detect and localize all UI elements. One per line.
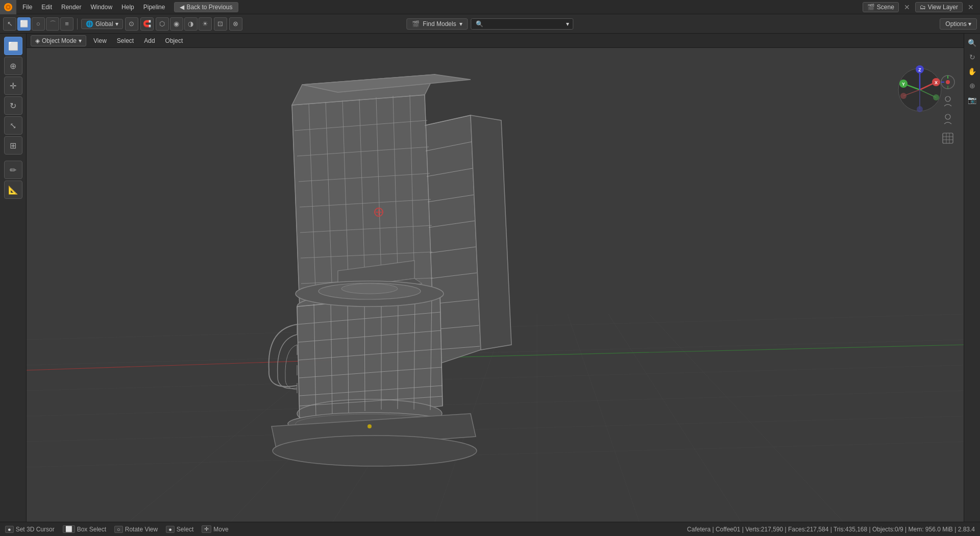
svg-point-96: [946, 80, 950, 84]
menu-item-window[interactable]: Window: [86, 3, 116, 12]
tool-scale[interactable]: ⤡: [4, 116, 22, 135]
search-input[interactable]: [486, 20, 563, 28]
svg-text:Y: Y: [902, 82, 905, 87]
tool-box-select-icon[interactable]: ⬜: [17, 17, 31, 31]
right-sidebar-btn-camera[interactable]: 📷: [966, 94, 978, 106]
scene-dropdown[interactable]: 🎬 Scene: [863, 2, 899, 12]
svg-text:Z: Z: [918, 67, 921, 72]
scene-icon: 🎬: [867, 4, 875, 11]
find-models-arrow: ▾: [459, 20, 462, 28]
rotate-view-label: Rotate View: [125, 526, 158, 533]
global-label: Global: [95, 20, 113, 28]
material-icon[interactable]: ◑: [184, 17, 198, 31]
overlay-icon[interactable]: ⊡: [214, 17, 227, 31]
tool-cursor[interactable]: ⊕: [4, 57, 22, 75]
object-mode-dropdown[interactable]: ◈ Object Mode ▾: [31, 35, 86, 46]
top-menu-bar: File Edit Render Window Help Pipeline ◀ …: [0, 0, 980, 14]
search-expand-icon[interactable]: ▾: [566, 20, 569, 28]
view-layer-close-button[interactable]: ✕: [966, 2, 976, 12]
back-button-label: Back to Previous: [186, 4, 232, 11]
snap-icon[interactable]: 🧲: [140, 17, 154, 31]
menu-item-render[interactable]: Render: [57, 3, 85, 12]
select-label: Select: [177, 526, 193, 533]
right-sidebar-btn-1[interactable]: 🔍: [966, 37, 978, 49]
right-sidebar-btn-3[interactable]: ✋: [966, 65, 978, 78]
viewport-shading-group: ⬡ ◉ ◑ ☀: [156, 17, 212, 31]
global-arrow: ▾: [115, 20, 118, 28]
view-layer-dropdown[interactable]: 🗂 View Layer: [915, 2, 963, 12]
find-models-section: 🎬 Find Models ▾ 🔍 ▾: [406, 18, 573, 30]
right-sidebar: 🔍 ↻ ✋ ⊕ 📷: [964, 34, 980, 522]
tool-select-box[interactable]: ⬜: [4, 37, 22, 55]
menu-item-edit[interactable]: Edit: [37, 3, 56, 12]
scene-label: Scene: [877, 4, 894, 11]
menu-item-file[interactable]: File: [18, 3, 36, 12]
top-menu-items: File Edit Render Window Help Pipeline: [18, 3, 169, 12]
rendered-icon[interactable]: ☀: [199, 17, 212, 31]
svg-point-74: [341, 284, 398, 294]
global-dropdown[interactable]: 🌐 Global ▾: [81, 19, 123, 29]
tool-move[interactable]: ✛: [4, 76, 22, 95]
back-to-previous-button[interactable]: ◀ Back to Previous: [174, 2, 238, 12]
scene-close-button[interactable]: ✕: [902, 2, 912, 12]
wireframe-icon[interactable]: ⬡: [156, 17, 169, 31]
tool-more-icon[interactable]: ≡: [60, 17, 74, 31]
tool-arrow-icon[interactable]: ↖: [3, 17, 16, 31]
options-button[interactable]: Options ▾: [940, 18, 977, 30]
status-move: ✛ Move: [202, 525, 228, 533]
view-menu[interactable]: View: [90, 36, 110, 45]
status-bar: ● Set 3D Cursor ⬜ Box Select ○ Rotate Vi…: [0, 522, 980, 536]
sidebar-separator-1: [4, 156, 22, 159]
tool-icon-group: ↖ ⬜ ○ ⌒ ≡: [3, 17, 74, 31]
menu-item-pipeline[interactable]: Pipeline: [139, 3, 169, 12]
rmb-icon: ●: [166, 526, 175, 533]
svg-point-90: [900, 93, 906, 99]
object-menu[interactable]: Object: [162, 36, 186, 45]
mode-arrow: ▾: [79, 37, 82, 44]
blender-logo[interactable]: [0, 0, 16, 14]
move-label: Move: [213, 526, 228, 533]
status-rotate-view: ○ Rotate View: [114, 526, 158, 533]
transform-pivot-icon[interactable]: ⊙: [125, 17, 138, 31]
box-select-label: Box Select: [77, 526, 106, 533]
svg-point-94: [917, 106, 923, 112]
tool-lasso-icon[interactable]: ⌒: [46, 17, 59, 31]
drag-icon: ⬜: [63, 525, 75, 533]
svg-point-92: [933, 94, 939, 100]
svg-point-2: [7, 6, 9, 8]
tool-circle-icon[interactable]: ○: [32, 17, 45, 31]
mmb-icon: ○: [114, 526, 123, 533]
xray-icon[interactable]: ⊗: [229, 17, 242, 31]
camera-icon: 🎬: [412, 20, 420, 28]
right-sidebar-btn-2[interactable]: ↻: [966, 51, 978, 63]
view-layer-icon: 🗂: [920, 4, 926, 11]
tool-transform[interactable]: ⊞: [4, 136, 22, 155]
global-icon: 🌐: [86, 20, 93, 28]
left-sidebar: ⬜ ⊕ ✛ ↻ ⤡ ⊞ ✏ 📐: [0, 34, 27, 522]
tool-rotate[interactable]: ↻: [4, 96, 22, 115]
add-menu[interactable]: Add: [141, 36, 158, 45]
stats-text: Cafetera | Coffee01 | Verts:217,590 | Fa…: [687, 526, 975, 533]
menu-item-help[interactable]: Help: [117, 3, 138, 12]
toolbar-area: ↖ ⬜ ○ ⌒ ≡ 🌐 Global ▾ ⊙ 🧲 ⬡ ◉ ◑ ☀ ⊡ ⊗ 🎬 F…: [0, 14, 980, 34]
select-menu[interactable]: Select: [114, 36, 137, 45]
svg-point-71: [273, 436, 477, 466]
status-select: ● Select: [166, 526, 193, 533]
find-models-button[interactable]: 🎬 Find Models ▾: [406, 18, 468, 30]
header-right: 🎬 Scene ✕ 🗂 View Layer ✕: [859, 0, 980, 14]
mode-label: Object Mode: [42, 37, 77, 44]
search-input-area: 🔍 ▾: [471, 18, 574, 30]
viewport-header: ◈ Object Mode ▾ View Select Add Object: [27, 34, 964, 48]
lmb-icon: ●: [5, 526, 14, 533]
back-arrow-icon: ◀: [180, 4, 184, 11]
right-sidebar-btn-4[interactable]: ⊕: [966, 80, 978, 92]
3d-viewport[interactable]: User Perspective (5) Cafetera | Coffee01: [27, 34, 964, 522]
search-icon: 🔍: [476, 20, 483, 28]
solid-icon[interactable]: ◉: [170, 17, 183, 31]
status-box-select: ⬜ Box Select: [63, 525, 106, 533]
move-icon: ✛: [202, 525, 211, 533]
toolbar-right: Options ▾: [940, 18, 977, 30]
tool-annotate[interactable]: ✏: [4, 161, 22, 179]
toolbar-separator-1: [77, 18, 78, 30]
tool-measure[interactable]: 📐: [4, 181, 22, 199]
